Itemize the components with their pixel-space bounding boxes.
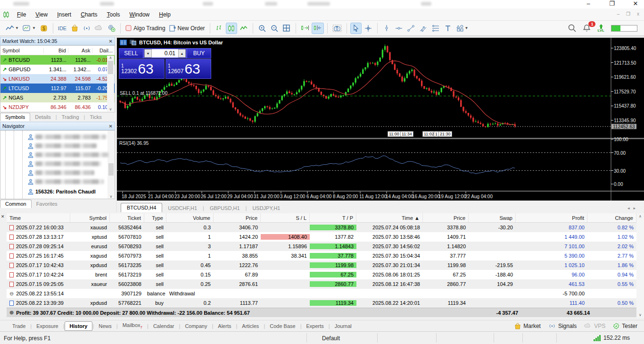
market-watch-tab-trading[interactable]: Trading [57, 113, 84, 121]
market-watch-row[interactable]: ↗GBPUSD1.341...1.342...0.07% [0, 65, 115, 74]
market-watch-tab-ticks[interactable]: Ticks [85, 113, 106, 121]
mw-col-3[interactable]: Dail... [92, 48, 115, 53]
toolbox-button-tester[interactable]: Tester [613, 323, 637, 329]
restore-button[interactable]: ❐ [607, 0, 617, 7]
navigator-account-row-active[interactable]: 156326: Paritosh Chaudl [28, 187, 96, 196]
history-header-row[interactable]: TimeSymbolTicketTypeVolumePriceS / LT / … [7, 213, 636, 223]
connection-signal-icon[interactable] [594, 335, 601, 341]
history-col-4[interactable]: Volume [166, 213, 214, 222]
crosshair-icon[interactable] [363, 23, 374, 34]
profiles-icon[interactable]: ▼ [21, 23, 37, 34]
minimize-button[interactable]: – [584, 0, 593, 7]
toolbox-tab-journal[interactable]: Journal [330, 322, 356, 330]
shapes-tool-icon[interactable]: ▼ [454, 23, 470, 34]
toolbox-tab-articles[interactable]: Articles [237, 322, 264, 330]
channel-tool-icon[interactable] [418, 23, 429, 34]
market-watch-row[interactable]: ↘LNKUSD24.38824.598-4.52% [0, 74, 115, 84]
navigator-tree[interactable]: ∨ 156326: Paritosh Chaudl [0, 130, 115, 199]
btcusd-chart[interactable]: BTCUSD, H4: Bitcoin vs US Dollar SELL ▼ … [117, 38, 644, 201]
menu-help[interactable]: Help [154, 9, 175, 20]
menu-tools[interactable]: Tools [102, 9, 125, 20]
search-icon[interactable] [568, 24, 576, 32]
new-order-button[interactable]: New Order [168, 23, 206, 34]
history-col-2[interactable]: Ticket [110, 213, 144, 222]
chart-tab-usdjpyh1[interactable]: USDJPY,H1 [247, 204, 286, 212]
history-col-5[interactable]: Price [214, 213, 261, 222]
zoom-out-icon[interactable] [269, 23, 280, 34]
toolbox-tab-experts[interactable]: Experts [302, 322, 329, 330]
navigator-tab-favorites[interactable]: Favorites [32, 200, 62, 208]
mw-col-1[interactable]: Bid [43, 48, 68, 53]
table-row[interactable]: ⊖2025.08.22 13:55:143907129balanceWithdr… [7, 289, 636, 298]
market-watch-close-icon[interactable]: ✕ [109, 39, 113, 44]
market-watch-row[interactable]: ↗LTCUSD112.97115.07-0.20% [0, 84, 115, 93]
mdi-close-icon[interactable]: x [637, 11, 639, 17]
chart-shift-icon[interactable] [312, 23, 324, 34]
chart-tab-gbpusdh1[interactable]: GBPUSD,H1 [204, 204, 246, 212]
cursor-icon[interactable] [350, 23, 362, 34]
indicator-window-icon[interactable] [130, 40, 136, 45]
text-tool-icon[interactable] [442, 23, 454, 34]
zoom-in-icon[interactable] [256, 23, 268, 34]
community-icon[interactable] [106, 23, 117, 34]
market-watch-row[interactable]: ↗BTCUSD1123...1126...-0.01% [0, 55, 115, 65]
history-col-6[interactable]: S / L [261, 213, 310, 222]
navigator-account-row[interactable] [28, 159, 101, 168]
market-watch-header[interactable]: SymbolBidAskDail... [0, 46, 115, 55]
market-watch-row[interactable]: ↘NZDJPY86.34686.4360.10% [0, 102, 115, 112]
auto-scroll-icon[interactable] [299, 23, 311, 34]
menu-window[interactable]: Window [125, 9, 155, 20]
navigator-account-row[interactable] [28, 177, 104, 186]
signals-icon[interactable] [81, 23, 92, 34]
navigator-scrollbar[interactable]: ∨ [107, 131, 115, 199]
menu-charts[interactable]: Charts [76, 9, 102, 20]
table-row[interactable]: 2025.07.17 10:42:43xpdusd56173235sell0.4… [7, 260, 636, 270]
navigator-account-row[interactable] [28, 151, 108, 159]
notifications-bell-icon[interactable]: 1 [583, 24, 591, 32]
bar-chart-icon[interactable] [214, 23, 225, 34]
mw-col-2[interactable]: Ask [68, 48, 92, 53]
history-col-3[interactable]: Type [144, 213, 166, 222]
toolbox-tab-exposure[interactable]: Exposure [32, 322, 63, 330]
market-bag-icon[interactable] [69, 23, 80, 34]
candlestick-chart-icon[interactable] [226, 23, 237, 34]
chart-window-icon[interactable]: ▼ [4, 23, 20, 34]
volume-decrease-button[interactable]: ▼ [144, 49, 152, 58]
buy-button[interactable]: BUY [187, 48, 211, 59]
toolbox-tab-calendar[interactable]: Calendar [149, 322, 179, 330]
history-col-1[interactable]: Symbol [70, 213, 110, 222]
toolbox-button-signals[interactable]: Signals [548, 323, 577, 329]
toolbox-tab-news[interactable]: News [94, 322, 116, 330]
toolbox-close-icon[interactable]: ✕ [1, 214, 5, 219]
chart-tab-btcusdh4[interactable]: BTCUSD,H4 [121, 203, 162, 212]
history-col-7[interactable]: T / P [310, 213, 356, 222]
history-col-8[interactable]: Time ▲ [356, 213, 423, 222]
vertical-line-tool-icon[interactable] [381, 23, 392, 34]
history-col-0[interactable]: Time [7, 213, 70, 222]
algo-trading-button[interactable]: Algo Trading [124, 23, 166, 34]
market-watch-scrollbar[interactable]: ∧ ∨ [107, 56, 114, 111]
fibonacci-tool-icon[interactable] [430, 23, 441, 34]
buy-price-display[interactable]: 112607 63 [165, 59, 211, 79]
table-row[interactable]: 2025.08.22 13:39:39xpdusd57768221buy0.21… [7, 298, 636, 308]
tile-windows-icon[interactable] [281, 23, 292, 34]
navigator-account-row[interactable] [28, 168, 94, 177]
mdi-restore-icon[interactable]: ❐ [626, 11, 630, 17]
lvl-indicator-icon[interactable]: LVL [597, 24, 604, 33]
toolbox-tab-company[interactable]: Company [180, 322, 212, 330]
table-row[interactable]: 2025.07.17 10:42:24brent56173219sell0.15… [7, 270, 636, 279]
history-scrollbar[interactable]: ∧∨ [636, 213, 644, 318]
toolbox-button-market[interactable]: Market [514, 323, 541, 329]
history-col-11[interactable]: Profit [516, 213, 587, 222]
dollar-coin-icon[interactable]: $ [38, 23, 50, 34]
market-watch-row[interactable]: ↗NGAS2.7332.783-1.75% [0, 93, 115, 102]
metaeditor-ide-button[interactable]: IDE [57, 23, 68, 34]
toolbox-button-vps[interactable]: VPS [584, 323, 605, 329]
navigator-tab-common[interactable]: Common [0, 200, 32, 208]
history-col-12[interactable]: Change [587, 213, 636, 222]
navigator-account-row[interactable] [28, 142, 97, 150]
chart-tab-usdchfh1[interactable]: USDCHF,H1 [162, 204, 203, 212]
history-col-10[interactable]: Swap [469, 213, 516, 222]
menu-view[interactable]: View [31, 9, 52, 20]
sell-price-display[interactable]: 112302 63 [119, 59, 165, 79]
